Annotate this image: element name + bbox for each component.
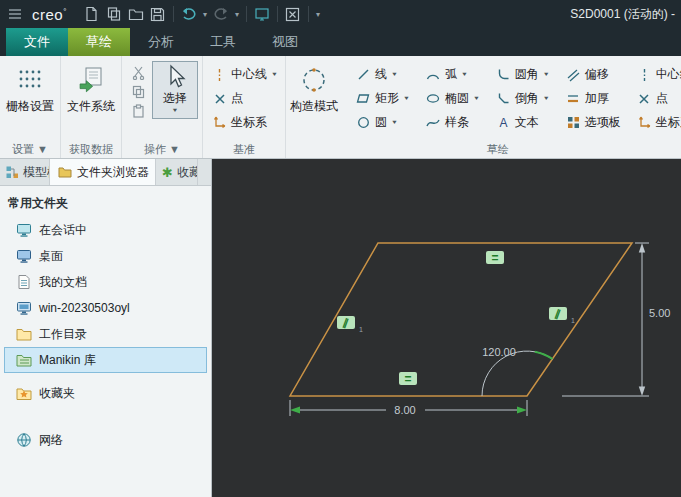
file-system-label: 文件系统 (67, 98, 115, 115)
tab-tools[interactable]: 工具 (192, 28, 254, 56)
constraint-equal-bottom[interactable]: = (399, 372, 417, 386)
chamfer-button[interactable]: 倒角 ▼ (491, 87, 555, 110)
folder-item-desktop[interactable]: 桌面 (4, 243, 207, 269)
grid-settings-button[interactable]: 栅格设置 (0, 59, 60, 115)
favorites-icon (15, 385, 32, 402)
thicken-button[interactable]: 加厚 (561, 87, 626, 110)
dimension-width[interactable]: 8.00 (290, 400, 527, 416)
select-cursor-icon (164, 64, 186, 90)
ribbon-group-operations: 选择 ▼ 操作 ▼ (122, 56, 203, 158)
palette-button[interactable]: 选项板 (561, 111, 626, 134)
dropdown-arrow-icon[interactable]: ▼ (391, 72, 398, 78)
app-menu-icon[interactable] (4, 4, 26, 24)
select-button[interactable]: 选择 ▼ (152, 61, 198, 119)
spline-button[interactable]: 样条 (421, 111, 485, 134)
constraint-equal-top[interactable]: = (486, 251, 504, 265)
undo-dropdown-icon[interactable]: ▾ (200, 10, 210, 19)
folder-item-network[interactable]: 网络 (4, 427, 207, 453)
datum-csys-button[interactable]: 坐标系 (207, 111, 283, 134)
group-label-get-data[interactable]: 获取数据 (61, 142, 121, 157)
tab-file[interactable]: 文件 (6, 28, 68, 56)
rectangle-label: 矩形 (375, 90, 399, 107)
coordinate-system-icon (637, 115, 652, 130)
centerline-icon (212, 67, 227, 82)
paste-icon[interactable] (130, 103, 147, 119)
sketch-canvas[interactable]: 8.00 5.00 120.00 = (212, 159, 681, 497)
sketch-centerline-label: 中心线 (656, 66, 681, 83)
line-icon (356, 67, 371, 82)
line-button[interactable]: 线 ▼ (351, 63, 415, 86)
dropdown-arrow-icon[interactable]: ▼ (271, 72, 278, 78)
folder-item-manikin-library[interactable]: Manikin 库 (4, 347, 207, 373)
text-icon: A (496, 115, 511, 130)
sketch-csys-button[interactable]: 坐标系 (632, 111, 681, 134)
select-dropdown-icon[interactable]: ▼ (172, 108, 179, 114)
select-label: 选择 (163, 90, 187, 107)
tab-view[interactable]: 视图 (254, 28, 316, 56)
constraint-parallel-right[interactable]: ∥ 1 (549, 307, 575, 324)
regenerate-window-icon[interactable] (251, 3, 273, 25)
svg-text:=: = (404, 372, 411, 386)
new-file-icon[interactable] (81, 3, 103, 25)
datum-point-button[interactable]: 点 (207, 87, 283, 110)
folder-list: 在会话中 桌面 我的文档 win-20230503oyl (0, 217, 211, 453)
redo-dropdown-icon[interactable]: ▾ (232, 10, 242, 19)
folder-item-computer[interactable]: win-20230503oyl (4, 295, 207, 321)
chamfer-label: 倒角 (515, 90, 539, 107)
sketch-csys-label: 坐标系 (656, 114, 681, 131)
title-bar: creo° ▾ ▾ ▾ S2D0001 (活动的) (0, 0, 681, 28)
toolbar-separator (308, 6, 309, 22)
grid-settings-label: 栅格设置 (6, 98, 54, 115)
circle-icon (356, 115, 371, 130)
text-button[interactable]: A 文本 (491, 111, 555, 134)
arc-icon (426, 67, 441, 82)
folder-item-working-directory[interactable]: 工作目录 (4, 321, 207, 347)
ribbon-group-sketch: 构造模式 线 ▼ 矩形 ▼ (286, 56, 681, 158)
circle-button[interactable]: 圆 ▼ (351, 111, 415, 134)
sketch-centerline-button[interactable]: 中心线 ▼ (632, 63, 681, 86)
toolbar-options-icon[interactable]: ▾ (313, 10, 323, 19)
cut-icon[interactable] (130, 65, 147, 81)
sketch-point-button[interactable]: 点 (632, 87, 681, 110)
open-folder-icon[interactable] (125, 3, 147, 25)
creo-application-window: creo° ▾ ▾ ▾ S2D0001 (活动的) (0, 0, 681, 497)
navigator-tabs: 模型树 文件夹浏览器 ✱ 收藏夹 (0, 159, 211, 186)
offset-button[interactable]: 偏移 (561, 63, 626, 86)
group-label-sketch: 草绘 (286, 142, 681, 157)
folder-item-my-documents[interactable]: 我的文档 (4, 269, 207, 295)
datum-centerline-button[interactable]: 中心线 ▼ (207, 63, 283, 86)
ellipse-button[interactable]: 椭圆 ▼ (421, 87, 485, 110)
tab-model-tree[interactable]: 模型树 (0, 159, 50, 185)
dropdown-arrow-icon[interactable]: ▼ (543, 96, 550, 102)
dropdown-arrow-icon[interactable]: ▼ (403, 96, 410, 102)
navigator-panel: 模型树 文件夹浏览器 ✱ 收藏夹 常用文件夹 在会话中 (0, 159, 212, 497)
dropdown-arrow-icon[interactable]: ▼ (543, 72, 550, 78)
group-label-operations[interactable]: 操作 ▼ (122, 142, 202, 157)
dimension-angle[interactable]: 120.00 (482, 346, 553, 396)
group-label-settings[interactable]: 设置 ▼ (0, 142, 60, 157)
model-tree-icon (6, 164, 19, 181)
save-icon[interactable] (147, 3, 169, 25)
dropdown-arrow-icon[interactable]: ▼ (473, 96, 480, 102)
print-icon[interactable] (103, 3, 125, 25)
copy-icon[interactable] (130, 84, 147, 100)
arc-button[interactable]: 弧 ▼ (421, 63, 485, 86)
dropdown-arrow-icon[interactable]: ▼ (461, 72, 468, 78)
undo-icon[interactable] (178, 3, 200, 25)
close-window-icon[interactable] (282, 3, 304, 25)
redo-icon[interactable] (210, 3, 232, 25)
construction-mode-button[interactable]: 构造模式 (286, 59, 342, 115)
tab-folder-browser[interactable]: 文件夹浏览器 (50, 159, 156, 185)
rectangle-button[interactable]: 矩形 ▼ (351, 87, 415, 110)
line-label: 线 (375, 66, 387, 83)
folder-item-in-session[interactable]: 在会话中 (4, 217, 207, 243)
file-system-button[interactable]: 文件系统 (61, 59, 121, 115)
constraint-parallel-left[interactable]: ∥ 1 (337, 316, 363, 333)
tab-analysis[interactable]: 分析 (130, 28, 192, 56)
file-system-icon (77, 62, 105, 98)
dropdown-arrow-icon[interactable]: ▼ (391, 120, 398, 126)
tab-favorites[interactable]: ✱ 收藏夹 (156, 159, 198, 185)
folder-item-favorites[interactable]: 收藏夹 (4, 380, 207, 406)
fillet-button[interactable]: 圆角 ▼ (491, 63, 555, 86)
tab-sketch[interactable]: 草绘 (68, 28, 130, 56)
